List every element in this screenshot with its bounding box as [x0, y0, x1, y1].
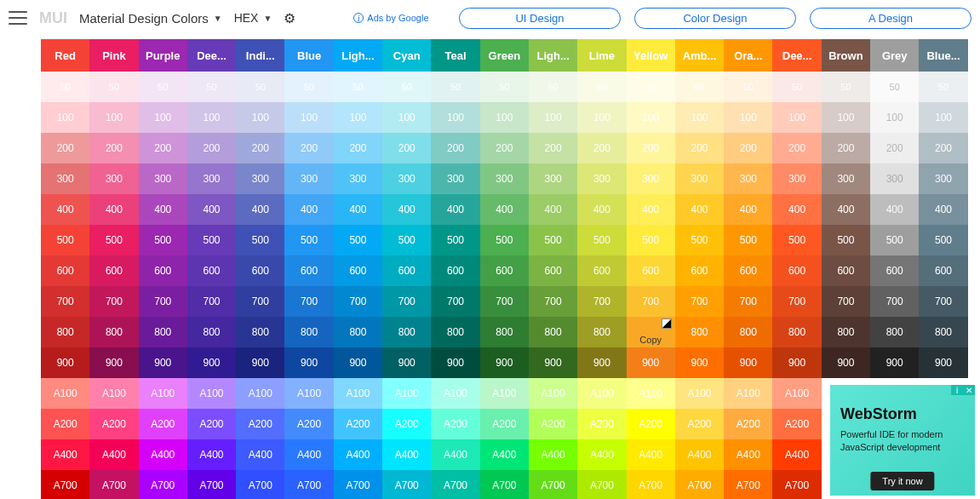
swatch-purple-500[interactable]: 500	[139, 225, 187, 255]
swatch-cyan-800[interactable]: 800	[382, 317, 431, 347]
ad-close-icon[interactable]: ✕	[963, 385, 975, 395]
hue-header-lightblue[interactable]: Ligh...	[334, 39, 382, 72]
swatch-red-300[interactable]: 300	[41, 163, 89, 194]
swatch-lightblue-900[interactable]: 900	[334, 347, 382, 378]
swatch-grey-200[interactable]: 200	[870, 133, 919, 163]
swatch-indigo-400[interactable]: 400	[236, 194, 284, 225]
swatch-orange-400[interactable]: 400	[724, 194, 772, 225]
swatch-green-900[interactable]: 900	[480, 347, 529, 378]
swatch-deeppurple-400[interactable]: 400	[187, 194, 236, 225]
swatch-pink-100[interactable]: 100	[89, 102, 138, 133]
swatch-purple-600[interactable]: 600	[139, 255, 187, 286]
swatch-grey-900[interactable]: 900	[870, 347, 919, 378]
swatch-brown-400[interactable]: 400	[822, 194, 870, 225]
swatch-pink-A700[interactable]: A700	[89, 470, 138, 499]
swatch-deeporange-50[interactable]: 50	[772, 72, 821, 102]
swatch-lightgreen-200[interactable]: 200	[529, 133, 577, 163]
swatch-purple-50[interactable]: 50	[139, 72, 187, 102]
swatch-red-900[interactable]: 900	[41, 347, 89, 378]
swatch-lime-100[interactable]: 100	[577, 102, 626, 133]
swatch-blue-100[interactable]: 100	[284, 102, 333, 133]
swatch-teal-800[interactable]: 800	[431, 317, 479, 347]
hue-header-deeporange[interactable]: Dee...	[772, 39, 821, 72]
swatch-lightblue-700[interactable]: 700	[334, 286, 382, 317]
swatch-bluegrey-100[interactable]: 100	[919, 102, 967, 133]
swatch-red-800[interactable]: 800	[41, 317, 89, 347]
hue-header-blue[interactable]: Blue	[284, 39, 333, 72]
swatch-amber-900[interactable]: 900	[675, 347, 724, 378]
swatch-cyan-A200[interactable]: A200	[382, 409, 431, 439]
swatch-lightblue-600[interactable]: 600	[334, 255, 382, 286]
ad-pill-2[interactable]: A Design	[810, 8, 971, 29]
hue-header-amber[interactable]: Amb...	[675, 39, 724, 72]
hue-header-yellow[interactable]: Yellow	[627, 39, 675, 72]
swatch-teal-700[interactable]: 700	[431, 286, 479, 317]
swatch-deeppurple-100[interactable]: 100	[187, 102, 236, 133]
hue-header-deeppurple[interactable]: Dee...	[187, 39, 236, 72]
swatch-lightgreen-900[interactable]: 900	[529, 347, 577, 378]
ad-cta-button[interactable]: Try it now	[870, 472, 934, 490]
swatch-purple-A200[interactable]: A200	[139, 409, 187, 439]
swatch-green-A700[interactable]: A700	[480, 470, 529, 499]
swatch-pink-200[interactable]: 200	[89, 133, 138, 163]
swatch-blue-A700[interactable]: A700	[284, 470, 333, 499]
swatch-lightgreen-500[interactable]: 500	[529, 225, 577, 255]
swatch-yellow-800[interactable]: Copy	[627, 317, 675, 347]
swatch-purple-100[interactable]: 100	[139, 102, 187, 133]
swatch-orange-A200[interactable]: A200	[724, 409, 772, 439]
swatch-grey-300[interactable]: 300	[870, 163, 919, 194]
hue-header-red[interactable]: Red	[41, 39, 89, 72]
swatch-orange-700[interactable]: 700	[724, 286, 772, 317]
swatch-green-A400[interactable]: A400	[480, 439, 529, 470]
swatch-teal-500[interactable]: 500	[431, 225, 479, 255]
swatch-amber-500[interactable]: 500	[675, 225, 724, 255]
swatch-indigo-A100[interactable]: A100	[236, 378, 284, 409]
swatch-brown-700[interactable]: 700	[822, 286, 870, 317]
swatch-yellow-50[interactable]: 50	[627, 72, 675, 102]
swatch-blue-700[interactable]: 700	[284, 286, 333, 317]
swatch-lightgreen-700[interactable]: 700	[529, 286, 577, 317]
hue-header-grey[interactable]: Grey	[870, 39, 919, 72]
hue-header-teal[interactable]: Teal	[431, 39, 479, 72]
swatch-cyan-900[interactable]: 900	[382, 347, 431, 378]
swatch-lime-700[interactable]: 700	[577, 286, 626, 317]
swatch-orange-50[interactable]: 50	[724, 72, 772, 102]
swatch-lightgreen-A400[interactable]: A400	[529, 439, 577, 470]
swatch-amber-A400[interactable]: A400	[675, 439, 724, 470]
swatch-lightblue-A200[interactable]: A200	[334, 409, 382, 439]
swatch-cyan-100[interactable]: 100	[382, 102, 431, 133]
sidebar-ad[interactable]: i ✕ WebStorm Powerful IDE for modern Jav…	[830, 385, 975, 496]
swatch-orange-A700[interactable]: A700	[724, 470, 772, 499]
swatch-deeporange-400[interactable]: 400	[772, 194, 821, 225]
swatch-deeppurple-50[interactable]: 50	[187, 72, 236, 102]
swatch-red-100[interactable]: 100	[41, 102, 89, 133]
swatch-lime-400[interactable]: 400	[577, 194, 626, 225]
swatch-amber-A100[interactable]: A100	[675, 378, 724, 409]
ad-info-icon[interactable]: i	[951, 385, 963, 395]
swatch-amber-100[interactable]: 100	[675, 102, 724, 133]
swatch-lime-200[interactable]: 200	[577, 133, 626, 163]
swatch-yellow-300[interactable]: 300	[627, 163, 675, 194]
swatch-blue-800[interactable]: 800	[284, 317, 333, 347]
swatch-red-500[interactable]: 500	[41, 225, 89, 255]
swatch-deeppurple-A100[interactable]: A100	[187, 378, 236, 409]
swatch-deeporange-900[interactable]: 900	[772, 347, 821, 378]
swatch-blue-A400[interactable]: A400	[284, 439, 333, 470]
swatch-bluegrey-200[interactable]: 200	[919, 133, 967, 163]
swatch-green-A200[interactable]: A200	[480, 409, 529, 439]
swatch-lightblue-100[interactable]: 100	[334, 102, 382, 133]
swatch-green-600[interactable]: 600	[480, 255, 529, 286]
swatch-indigo-500[interactable]: 500	[236, 225, 284, 255]
swatch-purple-700[interactable]: 700	[139, 286, 187, 317]
swatch-bluegrey-500[interactable]: 500	[919, 225, 967, 255]
swatch-orange-600[interactable]: 600	[724, 255, 772, 286]
swatch-indigo-900[interactable]: 900	[236, 347, 284, 378]
swatch-lightblue-400[interactable]: 400	[334, 194, 382, 225]
swatch-grey-800[interactable]: 800	[870, 317, 919, 347]
swatch-red-200[interactable]: 200	[41, 133, 89, 163]
swatch-blue-300[interactable]: 300	[284, 163, 333, 194]
swatch-green-400[interactable]: 400	[480, 194, 529, 225]
swatch-lightblue-A100[interactable]: A100	[334, 378, 382, 409]
swatch-deeppurple-A700[interactable]: A700	[187, 470, 236, 499]
swatch-teal-400[interactable]: 400	[431, 194, 479, 225]
